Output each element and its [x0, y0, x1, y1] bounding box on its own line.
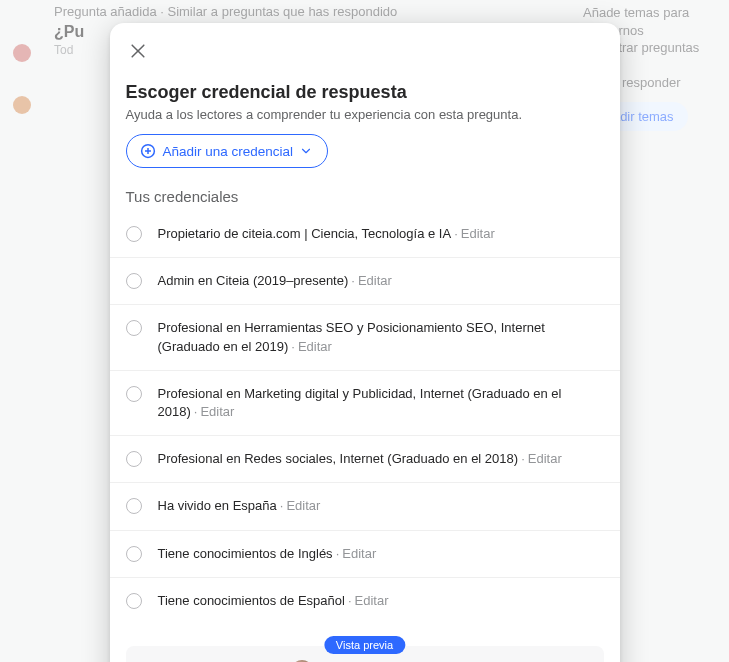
radio-select[interactable] [126, 386, 142, 402]
dot-sep: · [194, 404, 198, 419]
credential-text: Admin en Citeia (2019–presente)·Editar [158, 272, 604, 290]
dot-sep: · [351, 273, 355, 288]
modal-subtitle: Ayuda a los lectores a comprender tu exp… [126, 107, 604, 122]
credential-item[interactable]: Propietario de citeia.com | Ciencia, Tec… [110, 211, 620, 258]
credential-text: Propietario de citeia.com | Ciencia, Tec… [158, 225, 604, 243]
credential-label: Ha vivido en España [158, 498, 277, 513]
dot-sep: · [454, 226, 458, 241]
credential-item[interactable]: Tiene conocimientos de Español·Editar [110, 578, 620, 624]
credential-item[interactable]: Profesional en Herramientas SEO y Posici… [110, 305, 620, 370]
preview-box: Vista previa Josep Bonilla Perez [126, 646, 604, 662]
plus-circle-icon [139, 142, 157, 160]
credential-label: Tiene conocimientos de Español [158, 593, 345, 608]
add-credential-label: Añadir una credencial [163, 144, 294, 159]
close-icon [128, 41, 148, 61]
dot-sep: · [521, 451, 525, 466]
preview-pill: Vista previa [324, 636, 405, 654]
modal-header [110, 23, 620, 74]
credential-edit-link[interactable]: Editar [298, 339, 332, 354]
credential-label: Propietario de citeia.com | Ciencia, Tec… [158, 226, 452, 241]
modal-title-block: Escoger credencial de respuesta Ayuda a … [110, 74, 620, 122]
credential-edit-link[interactable]: Editar [355, 593, 389, 608]
credential-edit-link[interactable]: Editar [200, 404, 234, 419]
radio-select[interactable] [126, 320, 142, 336]
radio-select[interactable] [126, 546, 142, 562]
close-button[interactable] [126, 39, 150, 63]
credential-modal: Escoger credencial de respuesta Ayuda a … [110, 23, 620, 662]
credential-edit-link[interactable]: Editar [286, 498, 320, 513]
dot-sep: · [280, 498, 284, 513]
radio-select[interactable] [126, 451, 142, 467]
add-credential-button[interactable]: Añadir una credencial [126, 134, 329, 168]
credential-item[interactable]: Profesional en Marketing digital y Publi… [110, 371, 620, 436]
radio-select[interactable] [126, 273, 142, 289]
credential-label: Admin en Citeia (2019–presente) [158, 273, 349, 288]
radio-select[interactable] [126, 226, 142, 242]
credential-item[interactable]: Tiene conocimientos de Inglés·Editar [110, 531, 620, 578]
credential-label: Tiene conocimientos de Inglés [158, 546, 333, 561]
credential-text: Profesional en Marketing digital y Publi… [158, 385, 604, 421]
radio-select[interactable] [126, 498, 142, 514]
dot-sep: · [348, 593, 352, 608]
credential-edit-link[interactable]: Editar [358, 273, 392, 288]
credential-edit-link[interactable]: Editar [461, 226, 495, 241]
credential-label: Profesional en Redes sociales, Internet … [158, 451, 519, 466]
credential-text: Tiene conocimientos de Inglés·Editar [158, 545, 604, 563]
credential-item[interactable]: Profesional en Redes sociales, Internet … [110, 436, 620, 483]
modal-overlay: Escoger credencial de respuesta Ayuda a … [0, 0, 729, 662]
credential-text: Ha vivido en España·Editar [158, 497, 604, 515]
radio-select[interactable] [126, 593, 142, 609]
credential-item[interactable]: Admin en Citeia (2019–presente)·Editar [110, 258, 620, 305]
modal-title: Escoger credencial de respuesta [126, 82, 604, 103]
credential-edit-link[interactable]: Editar [342, 546, 376, 561]
credential-text: Profesional en Redes sociales, Internet … [158, 450, 604, 468]
credential-item[interactable]: Ha vivido en España·Editar [110, 483, 620, 530]
credential-text: Tiene conocimientos de Español·Editar [158, 592, 604, 610]
credential-edit-link[interactable]: Editar [528, 451, 562, 466]
your-credentials-label: Tus credenciales [110, 188, 620, 205]
dot-sep: · [291, 339, 295, 354]
chevron-down-icon [299, 144, 313, 158]
credentials-list: Propietario de citeia.com | Ciencia, Tec… [110, 211, 620, 624]
credential-label: Profesional en Herramientas SEO y Posici… [158, 320, 545, 353]
credential-text: Profesional en Herramientas SEO y Posici… [158, 319, 604, 355]
dot-sep: · [336, 546, 340, 561]
